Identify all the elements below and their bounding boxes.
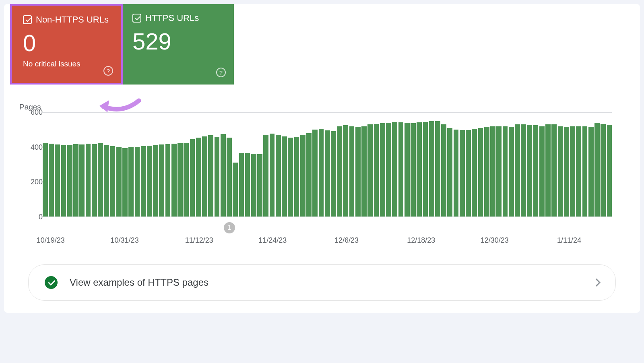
chart-bar[interactable] (411, 123, 416, 217)
chart-bar[interactable] (221, 134, 226, 217)
chart-bar[interactable] (306, 133, 312, 217)
card-https[interactable]: HTTPS URLs 529 ? (121, 4, 234, 85)
chart-bar[interactable] (300, 135, 305, 217)
chart-bar[interactable] (582, 126, 588, 217)
chart-bar[interactable] (135, 147, 140, 217)
chart-bar[interactable] (331, 131, 336, 217)
chart-bar[interactable] (288, 138, 293, 217)
chart-bar[interactable] (141, 146, 146, 217)
chart-bar[interactable] (233, 163, 238, 217)
chart-bar[interactable] (190, 139, 195, 217)
chart-event-marker[interactable]: 1 (224, 222, 235, 233)
chart-bar[interactable] (110, 146, 116, 217)
chart-bar[interactable] (104, 145, 109, 217)
chart-bar[interactable] (128, 147, 134, 217)
chart-bar[interactable] (435, 121, 440, 217)
chart-bar[interactable] (282, 136, 287, 217)
chart-bar[interactable] (447, 128, 452, 217)
chart-bar[interactable] (386, 123, 391, 217)
chart-bar[interactable] (564, 127, 569, 217)
chart-bar[interactable] (165, 144, 171, 217)
chart-bar[interactable] (441, 124, 446, 217)
chart-bar[interactable] (196, 138, 201, 217)
chart-bar[interactable] (405, 123, 410, 217)
chart-bar[interactable] (367, 124, 373, 217)
chart-bar[interactable] (239, 153, 244, 217)
chart-bar[interactable] (147, 146, 152, 217)
chart-bar[interactable] (98, 143, 103, 217)
chart-bar[interactable] (515, 124, 520, 217)
chart-bar[interactable] (601, 124, 606, 217)
chart-bar[interactable] (355, 127, 361, 217)
chart-bar[interactable] (496, 126, 502, 217)
chart-bar[interactable] (257, 154, 262, 217)
chart-bar[interactable] (503, 126, 508, 217)
chart-bar[interactable] (49, 144, 54, 217)
chart-bar[interactable] (392, 122, 397, 217)
chart-bar[interactable] (270, 134, 275, 217)
chart-bar[interactable] (319, 129, 324, 217)
chart-bar[interactable] (460, 130, 465, 217)
chart-bar[interactable] (374, 124, 379, 217)
help-icon[interactable]: ? (103, 66, 113, 76)
chart-bar[interactable] (43, 143, 48, 217)
chart-bar[interactable] (472, 129, 477, 217)
view-examples-row[interactable]: View examples of HTTPS pages (28, 264, 616, 301)
chart-bar[interactable] (202, 136, 207, 217)
chart-bar[interactable] (337, 126, 342, 217)
chart-bar[interactable] (588, 127, 594, 217)
chart-bar[interactable] (153, 145, 158, 217)
chart-bar[interactable] (607, 125, 612, 217)
checkbox-checked-icon[interactable] (132, 14, 141, 23)
chart-bar[interactable] (521, 124, 526, 217)
chart-bar[interactable] (67, 145, 72, 217)
chart-bar[interactable] (159, 144, 164, 217)
chart-bar[interactable] (343, 125, 348, 217)
chart-bar[interactable] (478, 128, 483, 217)
chart-bar[interactable] (466, 130, 471, 217)
chart-bar[interactable] (551, 124, 557, 217)
chart-bar[interactable] (263, 135, 268, 217)
chart-bar[interactable] (171, 144, 177, 217)
chart-bar[interactable] (527, 125, 533, 217)
chart-bar[interactable] (79, 144, 85, 217)
chart-bar[interactable] (454, 130, 459, 217)
chart-bar[interactable] (251, 154, 256, 217)
chart-bar[interactable] (570, 126, 575, 217)
chart-bar[interactable] (276, 135, 281, 217)
chart-bar[interactable] (245, 153, 250, 217)
chart-bar[interactable] (398, 122, 404, 217)
chart-bar[interactable] (509, 127, 514, 217)
chart-bar[interactable] (594, 123, 600, 217)
chart-bar[interactable] (558, 126, 563, 217)
chart-bar[interactable] (429, 121, 434, 217)
checkbox-checked-icon[interactable] (23, 15, 32, 24)
chart-bar[interactable] (215, 137, 220, 217)
chart-bar[interactable] (484, 127, 489, 217)
chart-bar[interactable] (539, 126, 545, 217)
chart-bar[interactable] (116, 147, 122, 217)
card-non-https[interactable]: Non-HTTPS URLs 0 No critical issues ? (10, 4, 123, 85)
chart-bar[interactable] (533, 125, 539, 217)
chart-bar[interactable] (423, 122, 428, 217)
chart-bar[interactable] (208, 135, 213, 217)
chart-bar[interactable] (361, 126, 367, 217)
chart-bar[interactable] (545, 124, 551, 217)
chart-bar[interactable] (490, 126, 495, 217)
chart-bar[interactable] (178, 143, 183, 217)
help-icon[interactable]: ? (216, 68, 226, 77)
chart-bar[interactable] (349, 126, 355, 217)
chart-bar[interactable] (86, 144, 91, 217)
chart-bar[interactable] (380, 123, 385, 217)
chart-bar[interactable] (184, 143, 189, 217)
chart-bar[interactable] (55, 144, 60, 217)
chart-bar[interactable] (73, 144, 78, 217)
chart-bar[interactable] (294, 137, 299, 217)
chart-bar[interactable] (122, 148, 128, 217)
chart-bar[interactable] (417, 122, 422, 217)
chart-bar[interactable] (61, 145, 66, 217)
chart-bar[interactable] (325, 130, 330, 217)
chart-bar[interactable] (312, 130, 318, 217)
chart-bar[interactable] (576, 126, 581, 217)
chart-bar[interactable] (227, 138, 232, 217)
